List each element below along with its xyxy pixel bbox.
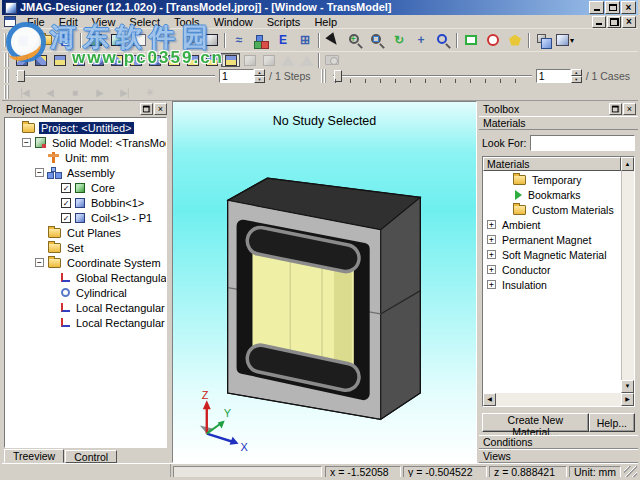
horizontal-scrollbar[interactable]: ◀ ▶ [483, 393, 634, 406]
close-button[interactable]: × [621, 1, 636, 14]
close-toolbox-button[interactable]: × [623, 103, 636, 115]
pan-view-button[interactable]: + [410, 30, 432, 50]
tree-item-cylindrical[interactable]: Cylindrical [5, 285, 166, 300]
viewport-3d[interactable]: No Study Selected [172, 101, 477, 463]
measure-button[interactable]: ‖ [156, 30, 178, 50]
scroll-down-button[interactable]: ▼ [621, 380, 634, 393]
view-xy-plus-button[interactable] [12, 53, 31, 67]
case-input[interactable] [536, 69, 571, 83]
menu-tools[interactable]: Tools [167, 15, 207, 29]
visibility-checkbox[interactable]: ✓ [61, 198, 71, 208]
case-slider-thumb[interactable] [334, 70, 342, 82]
view-zx-plus-button[interactable] [88, 53, 107, 67]
tab-control[interactable]: Control [65, 450, 117, 463]
view-zx-minus-button[interactable] [107, 53, 126, 67]
tab-treeview[interactable]: Treeview [4, 449, 64, 463]
view-xy-minus-button[interactable] [31, 53, 50, 67]
select-polygon-button[interactable] [504, 30, 526, 50]
menu-help[interactable]: Help [307, 15, 344, 29]
menu-scripts[interactable]: Scripts [260, 15, 308, 29]
tree-item-local-rectangular-z-x-y[interactable]: Local Rectangular (Z-X-Y) [5, 315, 166, 330]
tree-item-custom-materials[interactable]: Custom Materials [483, 202, 621, 217]
step-slider-thumb[interactable] [17, 70, 25, 82]
tree-item-temporary[interactable]: Temporary [483, 172, 621, 187]
step-up-button[interactable]: ▲ [254, 69, 265, 76]
toolbar-grip[interactable] [4, 33, 9, 47]
step-input[interactable] [219, 69, 254, 83]
float-panel-button[interactable] [140, 103, 153, 115]
resize-grip[interactable] [624, 466, 637, 479]
view-yz-minus-button[interactable] [69, 53, 88, 67]
view-side-button[interactable] [202, 53, 221, 67]
zoom-cursor-button[interactable] [432, 30, 454, 50]
equation-editor-button[interactable]: E [272, 30, 294, 50]
expand-icon[interactable]: + [487, 265, 496, 274]
view-iso-1-button[interactable] [126, 53, 145, 67]
tree-item-set[interactable]: Set [5, 240, 166, 255]
case-slider[interactable] [333, 69, 532, 83]
menu-view[interactable]: View [85, 15, 123, 29]
section-conditions[interactable]: Conditions [479, 435, 638, 449]
menu-file[interactable]: File [20, 15, 52, 29]
mdi-minimize-button[interactable] [592, 16, 606, 28]
open-project-button[interactable] [34, 30, 56, 50]
copy-image-button[interactable] [532, 30, 554, 50]
tree-item-insulation[interactable]: +Insulation [483, 277, 621, 292]
tree-item-assembly[interactable]: −Assembly [5, 165, 166, 180]
zoom-window-button[interactable] [366, 30, 388, 50]
menu-select[interactable]: Select [122, 15, 167, 29]
collapse-icon[interactable]: − [35, 168, 44, 177]
material-library-button[interactable] [250, 30, 272, 50]
minimize-button[interactable] [589, 1, 604, 14]
close-panel-button[interactable]: × [154, 103, 167, 115]
primitive-cylinder-button[interactable] [178, 30, 200, 50]
tree-item-bobbin-1[interactable]: ✓Bobbin<1> [5, 195, 166, 210]
vertical-scrollbar[interactable] [621, 171, 634, 393]
tree-item-coordinate-system[interactable]: −Coordinate System [5, 255, 166, 270]
expand-icon[interactable]: + [487, 250, 496, 259]
expand-icon[interactable]: + [487, 280, 496, 289]
tree-item-local-rectangular-y-z-x[interactable]: Local Rectangular (Y-Z-X) [5, 300, 166, 315]
select-circle-button[interactable] [482, 30, 504, 50]
tree-item-conductor[interactable]: +Conductor [483, 262, 621, 277]
tree-item-unit-mm[interactable]: Unit: mm [5, 150, 166, 165]
fit-to-window-button[interactable]: ⊞ [294, 30, 316, 50]
tree-item-core[interactable]: ✓Core [5, 180, 166, 195]
visibility-checkbox[interactable]: ✓ [61, 213, 71, 223]
toolbar-grip[interactable] [4, 53, 9, 67]
horizontal-scroll-track[interactable] [496, 393, 621, 406]
view-yz-plus-button[interactable] [50, 53, 69, 67]
view-current-button[interactable] [221, 53, 240, 67]
tree-item-permanent-magnet[interactable]: +Permanent Magnet [483, 232, 621, 247]
export-model-button[interactable] [128, 30, 150, 50]
step-slider[interactable] [16, 69, 215, 83]
step-down-button[interactable]: ▼ [254, 76, 265, 83]
maximize-button[interactable] [605, 1, 620, 14]
tree-item-coil-1-p1[interactable]: ✓Coil<1> - P1 [5, 210, 166, 225]
primitive-cube-button[interactable] [200, 30, 222, 50]
rotate-view-button[interactable]: ↻ [388, 30, 410, 50]
scroll-up-button[interactable]: ▲ [621, 157, 634, 171]
create-new-material-button[interactable]: Create New Material... [482, 413, 589, 432]
section-materials[interactable]: Materials [479, 116, 638, 130]
scroll-right-button[interactable]: ▶ [621, 393, 634, 406]
toolbar-grip[interactable] [321, 69, 326, 83]
case-up-button[interactable]: ▲ [571, 69, 582, 76]
tree-item-bookmarks[interactable]: Bookmarks [483, 187, 621, 202]
section-views[interactable]: Views [479, 449, 638, 463]
select-rectangle-button[interactable] [460, 30, 482, 50]
zoom-in-button[interactable] [344, 30, 366, 50]
visibility-checkbox[interactable]: ✓ [61, 183, 71, 193]
help-button[interactable]: Help... [589, 413, 635, 432]
tree-item-cut-planes[interactable]: Cut Planes [5, 225, 166, 240]
look-for-input[interactable] [530, 135, 635, 151]
menu-window[interactable]: Window [207, 15, 260, 29]
view-front-button[interactable] [164, 53, 183, 67]
tree-item-ambient[interactable]: +Ambient [483, 217, 621, 232]
graph-manager-button[interactable]: ≈ [228, 30, 250, 50]
save-project-button[interactable] [56, 30, 78, 50]
materials-column-header[interactable]: Materials [483, 157, 621, 171]
tree-item-soft-magnetic-material[interactable]: +Soft Magnetic Material [483, 247, 621, 262]
mdi-close-button[interactable]: × [622, 16, 636, 28]
collapse-icon[interactable]: − [35, 258, 44, 267]
